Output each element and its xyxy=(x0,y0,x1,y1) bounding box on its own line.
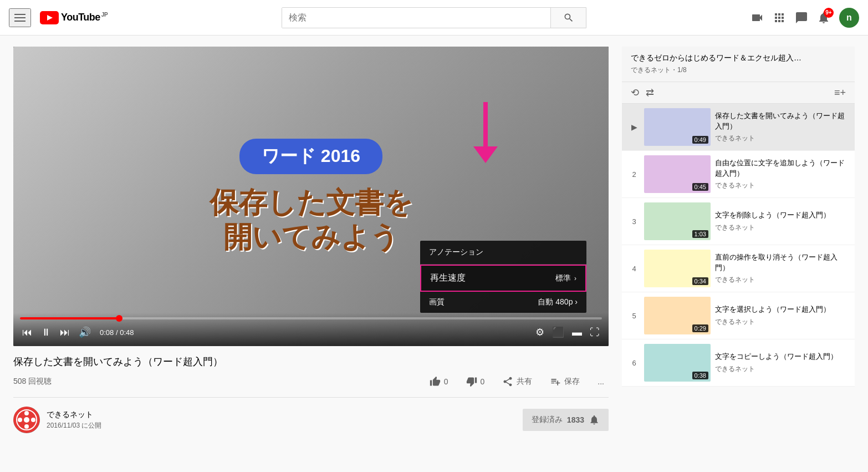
video-player[interactable]: ワード 2016 保存した文書を 開いてみよう アノテーション 再生速度 xyxy=(13,47,609,346)
loop-button[interactable]: ⟲ xyxy=(631,87,639,99)
playlist-channel: できるネット・1/8 xyxy=(631,65,846,75)
volume-button[interactable]: 🔊 xyxy=(76,324,93,341)
search-input[interactable] xyxy=(282,8,550,28)
settings-button[interactable]: ⚙ xyxy=(533,324,547,341)
item-number: 5 xyxy=(629,312,640,320)
video-info: 保存した文書を開いてみよう（ワード超入門） 508 回視聴 0 0 共有 xyxy=(13,346,609,446)
item-info: 保存した文書を開いてみよう（ワード超入門） できるネット xyxy=(715,111,848,143)
video-meta-row: 508 回視聴 0 0 共有 xyxy=(13,373,609,398)
video-section: ワード 2016 保存した文書を 開いてみよう アノテーション 再生速度 xyxy=(13,47,609,446)
search-button[interactable] xyxy=(550,8,586,28)
item-number: 4 xyxy=(629,265,640,273)
item-duration: 0:34 xyxy=(692,277,708,285)
channel-info: できるネット 2016/11/03 に公開 xyxy=(47,410,101,430)
save-icon xyxy=(550,376,561,387)
svg-point-8 xyxy=(24,417,29,423)
skip-forward-button[interactable]: ⏭ xyxy=(58,324,72,341)
playlist-item[interactable]: 5 0:29 文字を選択しよう（ワード超入門） できるネット xyxy=(622,292,855,339)
controls-row: ⏮ ⏸ ⏭ 🔊 0:08 / 0:48 ⚙ ⬛ ▬ ⛶ xyxy=(20,324,602,341)
item-title: 保存した文書を開いてみよう（ワード超入門） xyxy=(715,111,848,131)
pause-button[interactable]: ⏸ xyxy=(39,324,53,341)
search-bar xyxy=(282,7,586,28)
hamburger-button[interactable] xyxy=(9,8,31,27)
item-duration: 0:45 xyxy=(692,183,708,191)
apps-icon[interactable] xyxy=(773,11,786,24)
playlist-title: できるゼロからはじめるワード＆エクセル超入… xyxy=(631,53,846,63)
settings-overlay: アノテーション 再生速度 標準 › 画質 自動 480p › xyxy=(420,241,586,313)
item-number: 2 xyxy=(629,170,640,179)
settings-header: アノテーション xyxy=(420,241,586,265)
channel-avatar[interactable] xyxy=(13,407,40,433)
notification-button[interactable]: 9+ xyxy=(817,11,830,24)
fullscreen-button[interactable]: ⛶ xyxy=(588,324,602,341)
subscribe-count: 1833 xyxy=(567,415,584,424)
subscribe-button[interactable]: 登録済み 1833 xyxy=(523,409,609,431)
bell-icon xyxy=(589,414,600,425)
item-thumbnail: 0:49 xyxy=(644,108,711,146)
channel-name[interactable]: できるネット xyxy=(47,410,101,420)
playlist-item[interactable]: 6 0:38 文字をコピーしよう（ワード超入門） できるネット xyxy=(622,339,855,387)
item-info: 文字を削除しよう（ワード超入門） できるネット xyxy=(715,210,848,232)
item-title: 自由な位置に文字を追加しよう（ワード超入門） xyxy=(715,158,848,178)
more-button[interactable]: ... xyxy=(593,374,609,389)
svg-point-4 xyxy=(24,411,29,415)
channel-row: できるネット 2016/11/03 に公開 登録済み 1833 xyxy=(13,398,609,442)
item-thumbnail: 0:34 xyxy=(644,250,711,287)
miniplayer-button[interactable]: ⬛ xyxy=(550,324,566,341)
item-thumbnail: 0:38 xyxy=(644,344,711,382)
view-count: 508 回視聴 xyxy=(13,377,52,387)
speed-value: 標準 › xyxy=(555,273,576,283)
skip-back-button[interactable]: ⏮ xyxy=(20,324,34,341)
channel-left: できるネット 2016/11/03 に公開 xyxy=(13,407,101,433)
item-thumbnail: 0:29 xyxy=(644,297,711,334)
item-channel: できるネット xyxy=(715,134,848,143)
dislike-button[interactable]: 0 xyxy=(462,373,489,390)
item-play-icon: ▶ xyxy=(629,123,640,131)
playlist-item[interactable]: 4 0:34 直前の操作を取り消そう（ワード超入門） できるネット xyxy=(622,245,855,292)
item-number: 6 xyxy=(629,359,640,367)
theater-button[interactable]: ▬ xyxy=(570,324,584,341)
action-buttons: 0 0 共有 保存 ... xyxy=(425,373,609,390)
item-title: 文字をコピーしよう（ワード超入門） xyxy=(715,352,848,362)
svg-point-7 xyxy=(18,418,22,422)
item-info: 直前の操作を取り消そう（ワード超入門） できるネット xyxy=(715,252,848,284)
item-info: 文字をコピーしよう（ワード超入門） できるネット xyxy=(715,352,848,373)
youtube-logo[interactable]: YouTubeJP xyxy=(40,11,108,24)
progress-fill xyxy=(20,317,119,319)
video-main-title: 保存した文書を開いてみよう（ワード超入門） xyxy=(13,355,609,368)
save-button[interactable]: 保存 xyxy=(545,373,584,390)
dislike-icon xyxy=(466,376,477,387)
video-camera-icon[interactable] xyxy=(750,11,764,24)
like-count: 0 xyxy=(444,377,448,386)
item-info: 自由な位置に文字を追加しよう（ワード超入門） できるネット xyxy=(715,158,848,190)
playlist-item[interactable]: 2 0:45 自由な位置に文字を追加しよう（ワード超入門） できるネット xyxy=(622,151,855,198)
playlist-item[interactable]: 3 1:03 文字を削除しよう（ワード超入門） できるネット xyxy=(622,198,855,245)
speed-label: 再生速度 xyxy=(430,272,466,284)
item-title: 文字を削除しよう（ワード超入門） xyxy=(715,210,848,220)
item-duration: 0:49 xyxy=(692,136,708,144)
subscribe-label: 登録済み xyxy=(532,415,563,425)
progress-dot xyxy=(116,315,122,322)
shuffle-button[interactable]: ⇄ xyxy=(646,87,654,99)
header: YouTubeJP xyxy=(0,0,868,35)
item-duration: 0:29 xyxy=(692,324,708,332)
avatar[interactable]: n xyxy=(839,8,859,28)
item-duration: 0:38 xyxy=(692,372,708,379)
logo-text: YouTubeJP xyxy=(61,12,108,23)
playlist-item[interactable]: ▶ 0:49 保存した文書を開いてみよう（ワード超入門） できるネット xyxy=(622,104,855,151)
playlist-add-button[interactable]: ≡+ xyxy=(834,87,846,99)
quality-label: 画質 xyxy=(429,297,445,307)
item-number: 3 xyxy=(629,217,640,226)
channel-avatar-image xyxy=(13,407,40,433)
header-right: 9+ n xyxy=(748,8,859,28)
like-button[interactable]: 0 xyxy=(425,373,453,390)
message-icon[interactable] xyxy=(795,11,808,24)
quality-item[interactable]: 画質 自動 480p › xyxy=(420,292,586,313)
item-channel: できるネット xyxy=(715,181,848,190)
header-center xyxy=(120,7,748,28)
playback-speed-item[interactable]: 再生速度 標準 › xyxy=(420,265,586,292)
item-channel: できるネット xyxy=(715,223,848,232)
channel-date: 2016/11/03 に公開 xyxy=(47,421,101,430)
progress-bar[interactable] xyxy=(20,317,602,319)
share-button[interactable]: 共有 xyxy=(498,373,537,390)
